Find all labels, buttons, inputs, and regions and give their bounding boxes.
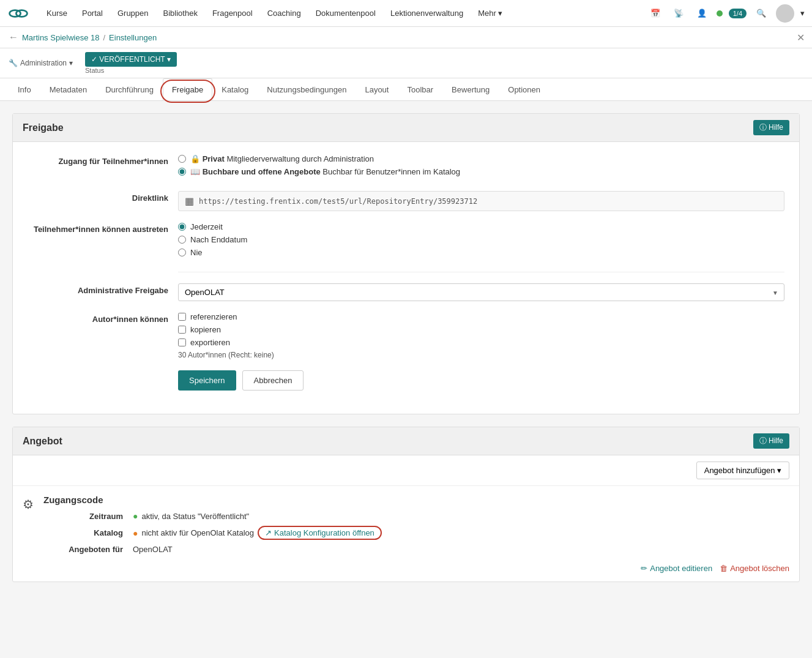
- katalog-value: ● nicht aktiv für OpenOlat Katalog ↗ Kat…: [133, 526, 382, 540]
- tab-info[interactable]: Info: [9, 78, 40, 100]
- exportieren-checkbox[interactable]: [178, 338, 186, 346]
- tab-katalog[interactable]: Katalog: [212, 78, 258, 100]
- publish-button[interactable]: ✓ VERÖFFENTLICHT ▾: [85, 52, 177, 67]
- enddatum-option: Nach Enddatum: [178, 235, 784, 244]
- search-icon[interactable]: 🔍: [753, 5, 770, 22]
- tab-durchfuhrung[interactable]: Durchführung: [96, 78, 163, 100]
- austreten-row: Teilnehmer*innen können austreten Jederz…: [28, 222, 784, 261]
- cancel-button[interactable]: Abbrechen: [242, 370, 304, 391]
- nav-right: 📅 📡 👤 1/4 🔍 ▾: [647, 4, 805, 23]
- administration-button[interactable]: 🔧 Administration ▾: [9, 59, 73, 67]
- zeitraum-label: Zeitraum: [43, 512, 123, 521]
- buchbar-radio[interactable]: [178, 168, 186, 176]
- tab-bewertung[interactable]: Bewertung: [442, 78, 499, 100]
- tab-metadaten[interactable]: Metadaten: [40, 78, 96, 100]
- angebot-section: Angebot ⓘ Hilfe Angebot hinzufügen ▾ ⚙ Z…: [12, 427, 800, 582]
- zeitraum-text: aktiv, da Status "Veröffentlicht": [141, 512, 249, 521]
- nie-label: Nie: [190, 248, 203, 257]
- freigabe-header: Freigabe ⓘ Hilfe: [13, 114, 799, 142]
- angeboten-label: Angeboten für: [43, 545, 123, 554]
- nav-fragenpool[interactable]: Fragenpool: [205, 0, 260, 27]
- nav-gruppen[interactable]: Gruppen: [110, 0, 156, 27]
- breadcrumb-current[interactable]: Einstellungen: [109, 33, 157, 42]
- direktlink-row: Direktlink ▦ https://testing.frentix.com…: [28, 191, 784, 211]
- edit-angebot-link[interactable]: ✏ Angebot editieren: [641, 564, 712, 573]
- user-icon[interactable]: 👤: [693, 5, 710, 22]
- admin-freigabe-row: Administrative Freigabe OpenOLAT: [28, 283, 784, 301]
- admin-freigabe-select[interactable]: OpenOLAT: [178, 283, 784, 301]
- nav-bibliothek[interactable]: Bibliothek: [156, 0, 205, 27]
- dropdown-arrow[interactable]: ▾: [800, 9, 805, 18]
- admin-freigabe-control: OpenOLAT: [178, 283, 784, 301]
- status-group: ✓ VERÖFFENTLICHT ▾ Status: [85, 52, 177, 74]
- kopieren-option: kopieren: [178, 325, 784, 334]
- zugang-control: 🔒 Privat Mitgliederverwaltung durch Admi…: [178, 154, 784, 180]
- btn-group: Speichern Abbrechen: [178, 370, 784, 391]
- angebot-toolbar: Angebot hinzufügen ▾: [13, 455, 799, 485]
- tab-layout[interactable]: Layout: [356, 78, 398, 100]
- freigabe-section: Freigabe ⓘ Hilfe Zugang für Teilnehmer*i…: [12, 113, 800, 414]
- nie-radio[interactable]: [178, 249, 186, 256]
- tab-nutzungsbedingungen[interactable]: Nutzungsbedingungen: [258, 78, 356, 100]
- exportieren-label: exportieren: [190, 338, 230, 347]
- direktlink-label: Direktlink: [28, 191, 168, 203]
- breadcrumb-parent[interactable]: Martins Spielwiese 18: [22, 33, 99, 42]
- chevron-down-icon: ▾: [69, 59, 73, 67]
- back-button[interactable]: ←: [9, 32, 18, 43]
- svg-point-1: [16, 10, 27, 17]
- zugang-row: Zugang für Teilnehmer*innen 🔒 Privat Mit…: [28, 154, 784, 180]
- admin-freigabe-select-wrapper: OpenOLAT: [178, 283, 784, 301]
- external-link-icon: ↗: [265, 528, 272, 537]
- katalog-link[interactable]: ↗ Katalog Konfiguration öffnen: [258, 526, 382, 540]
- nav-kurse[interactable]: Kurse: [39, 0, 75, 27]
- zeitraum-value: ● aktiv, da Status "Veröffentlicht": [133, 511, 249, 521]
- app-logo[interactable]: [7, 2, 29, 24]
- nav-portal[interactable]: Portal: [75, 0, 110, 27]
- zeitraum-row: Zeitraum ● aktiv, da Status "Veröffentli…: [43, 511, 789, 521]
- jederzeit-label: Jederzeit: [190, 222, 223, 231]
- enddatum-radio[interactable]: [178, 236, 186, 244]
- toolbar-bar: 🔧 Administration ▾ ✓ VERÖFFENTLICHT ▾ St…: [0, 48, 812, 78]
- tab-freigabe[interactable]: Freigabe: [163, 78, 212, 100]
- form-divider: [178, 272, 784, 272]
- calendar-icon[interactable]: 📅: [647, 5, 664, 22]
- zugangscode-row: ⚙ Zugangscode Zeitraum ● aktiv, da Statu…: [13, 485, 799, 581]
- jederzeit-radio[interactable]: [178, 223, 186, 231]
- save-button[interactable]: Speichern: [178, 370, 236, 391]
- referenzieren-checkbox[interactable]: [178, 313, 186, 321]
- privat-radio[interactable]: [178, 155, 186, 163]
- avatar[interactable]: [776, 4, 794, 23]
- feed-icon[interactable]: 📡: [670, 5, 687, 22]
- nav-coaching[interactable]: Coaching: [260, 0, 308, 27]
- active-dot-icon: ●: [133, 511, 138, 521]
- nav-dokumentenpool[interactable]: Dokumentenpool: [308, 0, 383, 27]
- kopieren-label: kopieren: [190, 325, 221, 334]
- autoren-control: referenzieren kopieren exportieren 30 Au…: [178, 312, 784, 359]
- breadcrumb-separator: /: [103, 33, 105, 42]
- referenzieren-option: referenzieren: [178, 312, 784, 321]
- angebot-title: Angebot: [23, 436, 62, 447]
- jederzeit-option: Jederzeit: [178, 222, 784, 231]
- nav-lektionenverwaltung[interactable]: Lektionenverwaltung: [383, 0, 471, 27]
- tab-optionen[interactable]: Optionen: [499, 78, 549, 100]
- breadcrumb: ← Martins Spielwiese 18 / Einstellungen …: [0, 27, 812, 48]
- angeboten-row: Angeboten für OpenOLAT: [43, 545, 789, 554]
- austreten-label: Teilnehmer*innen können austreten: [28, 222, 168, 234]
- kopieren-checkbox[interactable]: [178, 326, 186, 334]
- tab-freigabe-wrapper: Freigabe: [163, 78, 212, 100]
- tab-toolbar[interactable]: Toolbar: [398, 78, 442, 100]
- close-button[interactable]: ✕: [797, 32, 805, 43]
- delete-angebot-link[interactable]: 🗑 Angebot löschen: [720, 564, 789, 573]
- angebot-help-button[interactable]: ⓘ Hilfe: [753, 433, 789, 449]
- direktlink-box: ▦ https://testing.frentix.com/test5/url/…: [178, 191, 784, 211]
- freigabe-help-button[interactable]: ⓘ Hilfe: [753, 120, 789, 135]
- user-badge[interactable]: 1/4: [729, 9, 747, 18]
- wrench-icon: 🔧: [9, 59, 18, 67]
- autoren-label: Autor*innen können: [28, 312, 168, 324]
- authors-note: 30 Autor*innen (Recht: keine): [178, 351, 784, 359]
- buchbar-label: 📖 Buchbare und offene Angebote Buchbar f…: [190, 167, 460, 176]
- austreten-control: Jederzeit Nach Enddatum Nie: [178, 222, 784, 261]
- add-angebot-button[interactable]: Angebot hinzufügen ▾: [696, 462, 789, 479]
- zugangscode-icon: ⚙: [23, 495, 34, 512]
- nav-mehr[interactable]: Mehr ▾: [471, 0, 510, 27]
